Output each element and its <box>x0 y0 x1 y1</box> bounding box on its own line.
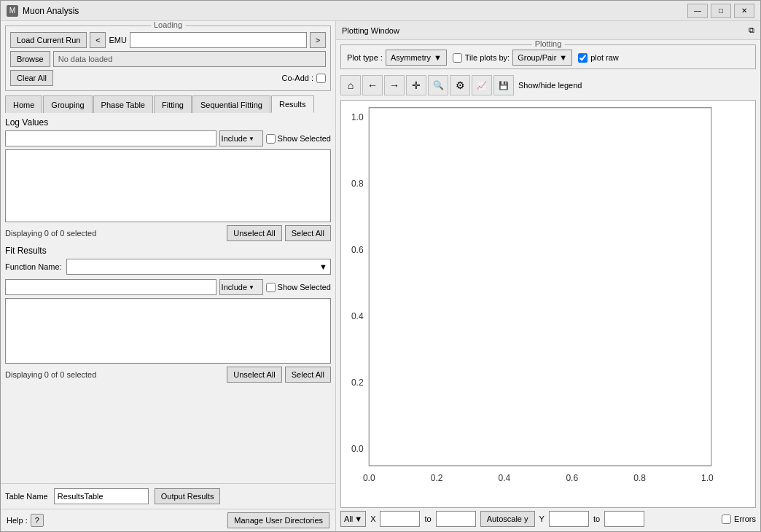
fit-results-search-input[interactable] <box>5 279 216 295</box>
x-to-label: to <box>424 515 431 523</box>
browse-button[interactable]: Browse <box>10 51 50 67</box>
help-button[interactable]: ? <box>31 514 44 527</box>
chart-container: 1.0 0.8 0.6 0.4 0.2 0.0 0.0 0.2 0.4 0.6 … <box>340 100 756 508</box>
y-to-input[interactable] <box>604 511 644 527</box>
svg-text:0.0: 0.0 <box>351 443 364 454</box>
close-button[interactable]: ✕ <box>734 4 754 18</box>
function-name-row: Function Name: ▼ <box>5 259 331 275</box>
help-left: Help : ? <box>7 514 44 527</box>
load-current-run-button[interactable]: Load Current Run <box>10 32 87 48</box>
loading-row2: Browse No data loaded <box>10 51 326 67</box>
tab-home[interactable]: Home <box>5 95 42 113</box>
help-bar: Help : ? Manage User Directories <box>1 509 335 531</box>
pan-tool-button[interactable]: ✛ <box>406 75 426 95</box>
log-values-display-text: Displaying 0 of 0 selected <box>5 229 96 238</box>
window-title: Muon Analysis <box>23 6 687 16</box>
plot-type-label: Plot type : <box>347 53 383 62</box>
minimize-button[interactable]: — <box>687 4 708 18</box>
tile-plots-dropdown[interactable]: Group/Pair ▼ <box>512 50 572 66</box>
log-values-label: Log Values <box>5 117 331 128</box>
all-dropdown[interactable]: All ▼ <box>340 511 366 527</box>
log-values-list[interactable] <box>5 149 331 222</box>
plot-titlebar: Plotting Window ⧉ <box>336 21 760 40</box>
log-values-include-dropdown[interactable]: Include ▼ <box>219 130 263 146</box>
svg-text:0.8: 0.8 <box>351 178 364 189</box>
help-label: Help : <box>7 516 28 525</box>
tile-plots-row: Tile plots by: Group/Pair ▼ <box>453 50 572 66</box>
tab-phase-table[interactable]: Phase Table <box>93 95 153 113</box>
log-values-unselect-all-button[interactable]: Unselect All <box>227 225 281 241</box>
output-results-button[interactable]: Output Results <box>155 488 221 504</box>
tile-plots-checkbox[interactable] <box>453 53 462 63</box>
tab-fitting[interactable]: Fitting <box>154 95 192 113</box>
axis-controls: All ▼ X to Autoscale y Y to Errors <box>340 508 756 527</box>
y-to-label: to <box>593 515 600 523</box>
fit-results-show-selected-checkbox[interactable] <box>266 283 276 292</box>
tab-grouping[interactable]: Grouping <box>43 95 92 113</box>
svg-text:0.0: 0.0 <box>363 472 375 483</box>
fit-results-unselect-all-button[interactable]: Unselect All <box>227 367 281 383</box>
config-tool-button[interactable]: ⚙ <box>450 75 470 95</box>
y-from-input[interactable] <box>549 511 589 527</box>
plot-raw-checkbox[interactable] <box>578 53 588 63</box>
table-name-input[interactable] <box>54 488 149 504</box>
arrow-left-button[interactable]: < <box>90 32 106 48</box>
loading-row1: Load Current Run < EMU > <box>10 32 326 48</box>
plotting-group: Plotting Plot type : Asymmetry ▼ Tile pl… <box>340 44 756 69</box>
zoom-icon: 🔍 <box>433 80 444 90</box>
main-window: M Muon Analysis — □ ✕ Loading Load Curre… <box>0 0 761 532</box>
svg-text:0.2: 0.2 <box>351 377 364 388</box>
svg-text:0.8: 0.8 <box>633 472 646 483</box>
fit-results-label: Fit Results <box>5 246 331 256</box>
svg-text:0.6: 0.6 <box>566 472 578 483</box>
x-to-input[interactable] <box>436 511 476 527</box>
toolbar-row: ⌂ ← → ✛ 🔍 ⚙ <box>340 74 756 97</box>
function-name-dropdown[interactable]: ▼ <box>66 259 331 275</box>
include-dropdown-arrow: ▼ <box>249 136 254 142</box>
show-hide-legend-button[interactable]: Show/hide legend <box>515 75 585 95</box>
arrow-right-button[interactable]: > <box>310 32 326 48</box>
log-values-search-input[interactable] <box>5 130 216 146</box>
svg-text:0.6: 0.6 <box>351 244 364 255</box>
plot-content: Plotting Plot type : Asymmetry ▼ Tile pl… <box>336 40 760 531</box>
line-tool-button[interactable]: 📈 <box>472 75 492 95</box>
maximize-button[interactable]: □ <box>711 4 731 18</box>
fit-results-show-selected-label: Show Selected <box>266 283 331 292</box>
errors-checkbox[interactable] <box>722 515 731 524</box>
tab-sequential-fitting[interactable]: Sequential Fitting <box>192 95 270 113</box>
fit-results-include-dropdown[interactable]: Include ▼ <box>219 279 263 295</box>
errors-label: Errors <box>734 515 756 523</box>
svg-text:0.4: 0.4 <box>351 310 364 321</box>
log-values-select-all-button[interactable]: Select All <box>285 225 331 241</box>
tab-results[interactable]: Results <box>271 95 314 113</box>
coadd-checkbox[interactable] <box>316 74 326 83</box>
manage-user-directories-button[interactable]: Manage User Directories <box>227 512 329 528</box>
fit-results-list[interactable] <box>5 298 331 364</box>
right-panel: Plotting Window ⧉ Plotting Plot type : A… <box>336 21 760 531</box>
window-controls: — □ ✕ <box>687 4 754 18</box>
save-tool-button[interactable]: 💾 <box>493 75 514 95</box>
tile-arrow: ▼ <box>559 53 567 62</box>
fit-results-section: Fit Results Function Name: ▼ Include ▼ <box>5 246 331 383</box>
fit-results-display-row: Displaying 0 of 0 selected Unselect All … <box>5 367 331 383</box>
autoscale-y-button[interactable]: Autoscale y <box>480 511 535 527</box>
tab-content-results: Log Values Include ▼ Show Selected Displ… <box>1 113 335 483</box>
restore-icon[interactable]: ⧉ <box>749 26 754 35</box>
forward-tool-button[interactable]: → <box>384 75 405 95</box>
plot-type-arrow: ▼ <box>434 53 442 62</box>
bottom-area: Table Name Output Results <box>1 483 335 509</box>
svg-rect-12 <box>369 108 711 466</box>
save-icon: 💾 <box>499 81 509 90</box>
plot-type-dropdown[interactable]: Asymmetry ▼ <box>386 50 447 66</box>
zoom-tool-button[interactable]: 🔍 <box>428 75 448 95</box>
include2-dropdown-arrow: ▼ <box>249 284 254 291</box>
fit-results-select-all-button[interactable]: Select All <box>285 367 331 383</box>
home-tool-button[interactable]: ⌂ <box>340 75 361 95</box>
plotting-row: Plot type : Asymmetry ▼ Tile plots by: G… <box>347 50 749 66</box>
back-tool-button[interactable]: ← <box>362 75 383 95</box>
log-values-show-selected-checkbox[interactable] <box>266 134 276 144</box>
x-from-input[interactable] <box>380 511 420 527</box>
emu-label: EMU <box>109 36 126 44</box>
clear-all-button[interactable]: Clear All <box>10 70 53 86</box>
run-number-input[interactable] <box>130 32 307 48</box>
